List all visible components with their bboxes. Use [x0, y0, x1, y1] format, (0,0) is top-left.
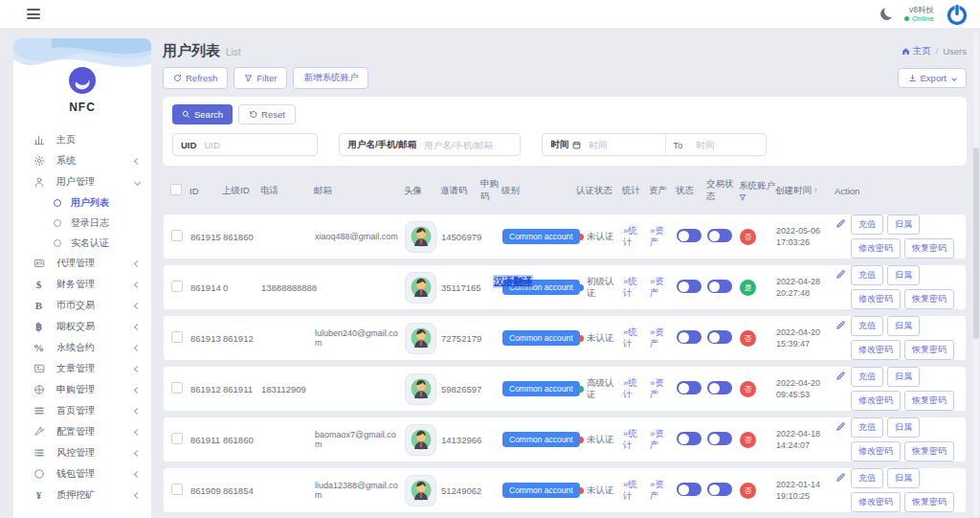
row-checkbox[interactable]: [171, 281, 183, 292]
row-checkbox[interactable]: [171, 230, 183, 241]
time-to-input[interactable]: [689, 140, 766, 150]
avatar[interactable]: [405, 475, 436, 507]
sidebar-item-申购管理[interactable]: 申购管理: [13, 379, 151, 400]
stats-link[interactable]: »统计: [623, 225, 642, 249]
change-password-button[interactable]: 修改密码: [851, 238, 901, 259]
export-button[interactable]: Export: [898, 68, 967, 88]
restore-password-button[interactable]: 恢复密码: [904, 391, 954, 411]
stats-link[interactable]: »统计: [623, 428, 642, 452]
status-toggle[interactable]: [677, 483, 702, 496]
sidebar-item-财务管理[interactable]: $ 财务管理: [13, 274, 151, 295]
refresh-button[interactable]: Refresh: [163, 67, 228, 89]
status-toggle[interactable]: [677, 280, 702, 293]
sidebar-item-钱包管理[interactable]: 钱包管理: [13, 463, 151, 484]
restore-password-button[interactable]: 恢复密码: [904, 340, 954, 360]
stats-link[interactable]: »统计: [623, 479, 642, 503]
username-input[interactable]: [424, 140, 520, 150]
dark-mode-icon[interactable]: [880, 8, 893, 20]
scrollbar-thumb[interactable]: [973, 147, 979, 339]
avatar[interactable]: [405, 424, 436, 456]
stats-link[interactable]: »统计: [623, 327, 642, 350]
stats-link[interactable]: »统计: [623, 377, 642, 401]
scrollbar[interactable]: [973, 33, 979, 516]
sidebar-subitem-用户列表[interactable]: 用户列表: [13, 192, 151, 213]
sidebar-subitem-实名认证[interactable]: 实名认证: [13, 233, 151, 253]
add-system-account-button[interactable]: 新增系统账户: [293, 67, 368, 89]
belong-button[interactable]: 归属: [887, 265, 920, 285]
restore-password-button[interactable]: 恢复密码: [904, 238, 954, 259]
status-toggle[interactable]: [677, 330, 702, 344]
sidebar-item-用户管理[interactable]: 用户管理: [13, 171, 151, 192]
sidebar-item-质押挖矿[interactable]: ¥ 质押挖矿: [13, 484, 151, 506]
recharge-button[interactable]: 充值: [851, 316, 883, 336]
sidebar-item-配置管理[interactable]: 配置管理: [13, 421, 151, 442]
change-password-button[interactable]: 修改密码: [851, 340, 901, 360]
col-system-account[interactable]: 系统账户: [739, 180, 775, 201]
change-password-button[interactable]: 修改密码: [851, 492, 901, 512]
search-button[interactable]: Search: [172, 104, 233, 124]
trade-status-toggle[interactable]: [707, 280, 732, 293]
recharge-button[interactable]: 充值: [851, 468, 883, 488]
avatar[interactable]: [405, 221, 436, 253]
belong-button[interactable]: 归属: [887, 367, 920, 387]
assets-link[interactable]: »资产: [650, 276, 669, 300]
change-password-button[interactable]: 修改密码: [851, 441, 901, 462]
assets-link[interactable]: »资产: [650, 428, 669, 452]
restore-password-button[interactable]: 恢复密码: [904, 441, 954, 462]
edit-icon[interactable]: [835, 371, 846, 381]
change-password-button[interactable]: 修改密码: [851, 289, 901, 309]
row-checkbox[interactable]: [171, 382, 183, 394]
row-checkbox[interactable]: [171, 433, 183, 444]
stats-link[interactable]: »统计: [623, 276, 642, 300]
col-created-time[interactable]: 创建时间↑: [775, 185, 835, 197]
sidebar-item-期权交易[interactable]: ฿ 期权交易: [13, 316, 151, 337]
restore-password-button[interactable]: 恢复密码: [904, 289, 954, 309]
edit-icon[interactable]: [835, 320, 846, 330]
belong-button[interactable]: 归属: [887, 468, 920, 488]
sidebar-item-风控管理[interactable]: 风控管理: [13, 442, 151, 463]
sidebar-item-首页管理[interactable]: 首页管理: [13, 400, 151, 421]
restore-password-button[interactable]: 恢复密码: [904, 492, 954, 512]
reset-button[interactable]: Reset: [238, 104, 296, 124]
sidebar-item-主页[interactable]: 主页: [13, 129, 151, 150]
sidebar-item-永续合约[interactable]: % 永续合约: [13, 337, 151, 358]
status-toggle[interactable]: [677, 432, 702, 445]
assets-link[interactable]: »资产: [650, 479, 669, 503]
recharge-button[interactable]: 充值: [851, 417, 883, 438]
sidebar-item-代理管理[interactable]: 代理管理: [13, 253, 151, 274]
change-password-button[interactable]: 修改密码: [851, 391, 901, 411]
time-from-input[interactable]: [589, 140, 665, 150]
trade-status-toggle[interactable]: [707, 432, 732, 445]
trade-status-toggle[interactable]: [707, 229, 732, 242]
menu-toggle-icon[interactable]: [27, 7, 40, 22]
belong-button[interactable]: 归属: [887, 214, 920, 235]
avatar[interactable]: [405, 272, 436, 304]
edit-icon[interactable]: [835, 218, 846, 229]
edit-icon[interactable]: [835, 269, 846, 280]
sidebar-item-文章管理[interactable]: 文章管理: [13, 358, 151, 379]
avatar[interactable]: [405, 373, 436, 405]
filter-button[interactable]: Filter: [234, 67, 287, 89]
status-toggle[interactable]: [677, 381, 702, 394]
edit-icon[interactable]: [835, 421, 846, 432]
sidebar-subitem-登录日志[interactable]: 登录日志: [13, 213, 151, 233]
edit-icon[interactable]: [835, 472, 846, 483]
row-checkbox[interactable]: [171, 331, 183, 343]
recharge-button[interactable]: 充值: [851, 367, 883, 387]
recharge-button[interactable]: 充值: [851, 214, 883, 235]
sidebar-item-币币交易[interactable]: B 币币交易: [13, 295, 151, 316]
status-toggle[interactable]: [677, 229, 702, 242]
row-checkbox[interactable]: [171, 484, 183, 495]
trade-status-toggle[interactable]: [707, 330, 732, 344]
select-all-checkbox[interactable]: [170, 184, 182, 195]
belong-button[interactable]: 归属: [887, 316, 920, 336]
trade-status-toggle[interactable]: [707, 381, 732, 394]
assets-link[interactable]: »资产: [650, 225, 669, 249]
breadcrumb-home[interactable]: 主页: [902, 45, 931, 57]
sidebar-item-系统[interactable]: 系统: [13, 150, 151, 171]
assets-link[interactable]: »资产: [650, 327, 669, 350]
avatar[interactable]: [405, 323, 436, 354]
belong-button[interactable]: 归属: [887, 417, 920, 438]
uid-input[interactable]: [204, 140, 317, 150]
assets-link[interactable]: »资产: [650, 377, 669, 401]
